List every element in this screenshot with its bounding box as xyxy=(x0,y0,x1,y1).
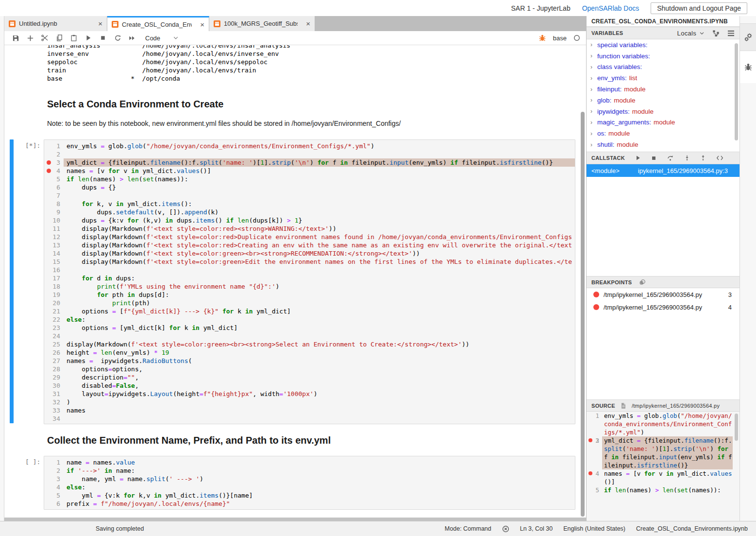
line-gutter[interactable]: 4 xyxy=(44,167,64,175)
variable-row[interactable]: ›fileinput:module xyxy=(587,84,739,95)
variable-row[interactable]: ›ipywidgets:module xyxy=(587,106,739,117)
line-gutter[interactable]: 30 xyxy=(44,381,64,390)
line-gutter[interactable]: 27 xyxy=(44,357,64,365)
callstack-section-header[interactable]: CALLSTACK xyxy=(587,152,739,164)
code-text[interactable]: dups.setdefault(v, []).append(k) xyxy=(64,208,575,216)
code-text[interactable]: for pth in dups[d]: xyxy=(64,291,575,299)
close-all-breakpoints-button[interactable] xyxy=(638,279,646,286)
code-text[interactable]: height = len(env_ymls) * 19 xyxy=(64,348,575,357)
code-line[interactable]: 11 display(Markdown(f'<text style=color:… xyxy=(44,225,575,233)
expand-chevron-icon[interactable]: › xyxy=(590,141,597,148)
code-text[interactable]: disabled=False, xyxy=(64,381,575,390)
breakpoint-dot[interactable] xyxy=(47,160,51,165)
code-text[interactable]: env_ymls = glob.glob("/home/jovyan/conda… xyxy=(64,142,575,150)
line-gutter[interactable]: 13 xyxy=(44,241,64,249)
expand-chevron-icon[interactable]: › xyxy=(590,108,597,115)
line-gutter[interactable]: 4 xyxy=(44,483,64,491)
breakpoint-dot[interactable] xyxy=(47,169,51,173)
left-sidebar-collapsed[interactable] xyxy=(0,16,4,521)
code-text[interactable]: name = names.value xyxy=(64,458,575,467)
code-text[interactable]: display(Markdown(f'<text style=color:gre… xyxy=(64,249,575,258)
scope-dropdown[interactable]: Locals xyxy=(677,30,705,37)
code-text[interactable]: else: xyxy=(64,483,575,491)
language-indicator[interactable]: English (United States) xyxy=(563,525,625,532)
code-line[interactable]: 15 display(Markdown(f'<text style=color:… xyxy=(44,258,575,266)
tree-view-button[interactable] xyxy=(712,30,720,37)
line-gutter[interactable]: 31 xyxy=(44,390,64,398)
line-gutter[interactable]: 5 xyxy=(44,491,64,500)
breakpoint-dot[interactable] xyxy=(588,471,592,475)
code-text[interactable]: if len(names) > len(set(names)): xyxy=(64,175,575,183)
line-gutter[interactable]: 18 xyxy=(44,282,64,291)
line-gutter[interactable]: 29 xyxy=(44,373,64,381)
line-gutter[interactable]: 1 xyxy=(587,412,602,436)
copy-cells-button[interactable] xyxy=(52,32,67,44)
code-text[interactable]: display(Markdown(f'<text style=color:red… xyxy=(64,225,575,233)
line-gutter[interactable]: 21 xyxy=(44,307,64,315)
code-text[interactable]: for k, v in yml_dict.items(): xyxy=(64,200,575,208)
source-scrollbar[interactable] xyxy=(735,414,738,441)
kernel-status-icon[interactable] xyxy=(573,35,580,41)
code-line[interactable]: 24 xyxy=(44,332,575,340)
variables-section-header[interactable]: VARIABLES Locals xyxy=(587,27,739,39)
notebook-scroll-area[interactable]: insar_analysis /home/jovyan/.local/envs/… xyxy=(4,45,586,518)
code-text[interactable]: display(Markdown(f'<text style=color:gre… xyxy=(64,340,575,348)
breakpoint-dot[interactable] xyxy=(588,438,592,442)
cell-type-dropdown[interactable]: Code xyxy=(145,35,179,42)
variable-row[interactable]: ›class variables: xyxy=(587,62,739,73)
code-line[interactable]: 5if len(names) > len(set(names)): xyxy=(44,175,575,183)
code-line[interactable]: 19 for pth in dups[d]: xyxy=(44,291,575,299)
code-line[interactable]: 1name = names.value xyxy=(44,458,575,467)
code-line[interactable]: 17 for d in dups: xyxy=(44,274,575,282)
code-text[interactable] xyxy=(64,266,575,274)
property-inspector-tab[interactable] xyxy=(740,23,756,51)
code-line[interactable]: 8 for k, v in yml_dict.items(): xyxy=(44,200,575,208)
add-cell-button[interactable] xyxy=(23,32,37,44)
line-gutter[interactable]: 14 xyxy=(44,249,64,258)
run-cell-button[interactable] xyxy=(81,32,96,44)
code-line[interactable]: 34 xyxy=(44,415,575,423)
expand-chevron-icon[interactable]: › xyxy=(590,119,597,126)
line-gutter[interactable]: 4 xyxy=(587,469,602,486)
code-text[interactable]: options = [yml_dict[k] for k in yml_dict… xyxy=(64,324,575,332)
code-text[interactable] xyxy=(64,332,575,340)
line-gutter[interactable]: 5 xyxy=(587,486,602,494)
step-in-button[interactable] xyxy=(684,155,690,161)
code-line[interactable]: 18 print(f'YMLs using the environment na… xyxy=(44,282,575,291)
breakpoint-dot[interactable] xyxy=(593,304,599,310)
paste-cells-button[interactable] xyxy=(67,32,81,44)
close-icon[interactable]: × xyxy=(301,19,310,28)
line-gutter[interactable]: 6 xyxy=(44,500,64,508)
code-text[interactable]: if '--->' in name: xyxy=(64,467,575,475)
code-text[interactable]: print(pth) xyxy=(64,299,575,307)
line-gutter[interactable]: 22 xyxy=(44,315,64,324)
restart-kernel-button[interactable] xyxy=(110,32,125,44)
logout-button[interactable]: Shutdown and Logout Page xyxy=(651,2,747,14)
continue-button[interactable] xyxy=(635,155,641,161)
code-line[interactable]: 2if '--->' in name: xyxy=(44,467,575,475)
table-view-button[interactable] xyxy=(727,30,735,36)
command-mode-indicator[interactable]: Mode: Command xyxy=(445,525,491,532)
code-text[interactable]: display(Markdown(f'<text style=color:red… xyxy=(64,241,575,249)
expand-chevron-icon[interactable]: › xyxy=(590,86,597,93)
save-button[interactable] xyxy=(8,32,23,44)
variable-row[interactable]: ›glob:module xyxy=(587,95,739,106)
code-line[interactable]: 10 dups = {k:v for (k,v) in dups.items()… xyxy=(44,216,575,225)
code-line[interactable]: 7 xyxy=(44,191,575,200)
code-text[interactable]: dups = {} xyxy=(64,183,575,191)
open-source-button[interactable] xyxy=(620,402,627,409)
tab-create-osl-conda[interactable]: Create_OSL_Conda_Enviro × xyxy=(107,16,209,31)
code-text[interactable]: prefix = f"/home/jovyan/.local/envs/{nam… xyxy=(64,500,575,508)
code-text[interactable]: layout=ipywidgets.Layout(height=f"{heigh… xyxy=(64,390,575,398)
step-over-button[interactable] xyxy=(667,155,674,161)
notebook-scrollbar[interactable] xyxy=(581,112,585,517)
line-gutter[interactable]: 3 xyxy=(587,436,602,469)
line-gutter[interactable]: 7 xyxy=(44,191,64,200)
code-text[interactable]: ) xyxy=(64,398,575,406)
code-line[interactable]: 3 name, yml = name.split(' ---> ') xyxy=(44,475,575,483)
line-gutter[interactable]: 2 xyxy=(44,467,64,475)
code-line[interactable]: 21 options = [f"{yml_dict[k]} ---> {k}" … xyxy=(44,307,575,315)
code-text[interactable]: names = [v for v in yml_dict.values()] xyxy=(64,167,575,175)
code-text[interactable]: names = ipywidgets.RadioButtons( xyxy=(64,357,575,365)
line-gutter[interactable]: 6 xyxy=(44,183,64,191)
